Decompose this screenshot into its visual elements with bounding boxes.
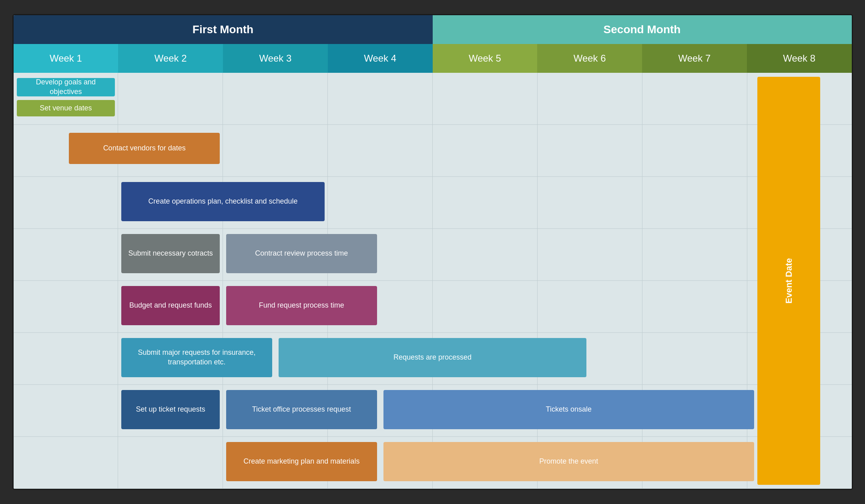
week-8-header: Week 8: [747, 44, 852, 73]
week-2-header: Week 2: [118, 44, 223, 73]
grid-row-3: [14, 229, 852, 281]
grid-row-4: [14, 281, 852, 333]
second-month-label: Second Month: [604, 23, 681, 36]
grid-row-0: [14, 73, 852, 125]
week-header-row: Week 1 Week 2 Week 3 Week 4 Week 5 Week …: [14, 44, 852, 73]
grid-row-7: [14, 437, 852, 489]
month-header-row: First Month Second Month: [14, 15, 852, 44]
week-3-header: Week 3: [223, 44, 328, 73]
first-month-label: First Month: [193, 23, 253, 36]
grid-row-5: [14, 333, 852, 385]
week-6-header: Week 6: [537, 44, 642, 73]
week-4-header: Week 4: [328, 44, 433, 73]
second-month-header: Second Month: [433, 15, 852, 44]
week-7-header: Week 7: [642, 44, 747, 73]
week-5-header: Week 5: [433, 44, 538, 73]
first-month-header: First Month: [14, 15, 433, 44]
gantt-body: Develop goals and objectivesSet venue da…: [14, 73, 852, 489]
week-1-header: Week 1: [14, 44, 118, 73]
gantt-chart: First Month Second Month Week 1 Week 2 W…: [12, 14, 853, 490]
grid-row-1: [14, 125, 852, 177]
grid-row-2: [14, 177, 852, 229]
grid-row-6: [14, 385, 852, 437]
